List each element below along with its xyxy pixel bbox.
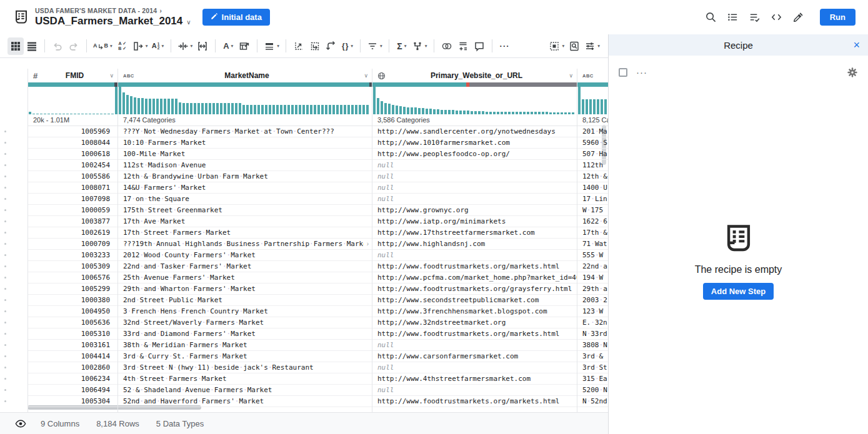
cell-name[interactable]: 52nd·and·Haverford·Farmers'·Market [118,396,372,407]
cell-street[interactable]: 507·Ha [577,149,608,160]
cell-name[interactable]: 22nd·and·Tasker·Farmers'·Market [118,261,372,272]
cell-fmid[interactable]: 1005636 [28,317,117,328]
cell-name[interactable]: 112st·Madison·Avenue [118,160,372,171]
comment-button[interactable] [471,37,487,55]
union-button[interactable] [439,37,455,55]
close-icon[interactable]: × [853,34,860,56]
cell-name[interactable]: 52·&·Shadeland·Avenue·Farmers·Market [118,385,372,396]
cell-street[interactable]: 3rd·& [577,351,608,362]
cell-street[interactable]: 12th·& [577,171,608,182]
cell-fmid[interactable]: 1006576 [28,272,117,284]
cell-url[interactable]: http://www.sandlercenter.org/ynotwednesd… [372,126,577,137]
row-handle[interactable] [0,204,27,215]
data-quality-bar[interactable] [28,82,117,87]
cell-name[interactable]: 33rd·and·Diamond·Farmers'·Market [118,328,372,340]
cell-street[interactable]: 29th·a [577,284,608,295]
list-check-icon[interactable] [747,9,763,26]
column-export-button[interactable]: ▾ [131,37,150,55]
cell-street[interactable]: N·33rd [577,328,608,340]
transpose-button[interactable] [323,37,339,55]
cell-fmid[interactable]: 1000709 [28,239,117,250]
row-handle[interactable] [0,339,27,350]
select-all-checkbox[interactable] [619,68,627,77]
cell-name[interactable]: 29th·and·Wharton·Farmers'·Market [118,284,372,295]
row-handle[interactable] [0,215,27,227]
cell-url[interactable]: null [372,385,577,396]
cell-name[interactable]: 17·on·the·Square [118,194,372,205]
cell-fmid[interactable]: 1000380 [28,295,117,306]
sort-a12-button[interactable]: A12▾ [150,37,166,55]
cell-name[interactable]: 3rd·Street·N·(hwy·11)·beside·jack's·Rest… [118,362,372,373]
cell-street[interactable]: 17·Lin [577,194,608,205]
cell-url[interactable]: http://www.pcfma.com/market_home.php?mar… [372,272,577,284]
cell-fmid[interactable]: 1005310 [28,328,117,340]
row-handle[interactable] [0,305,27,317]
cell-fmid[interactable]: 1003233 [28,250,117,261]
cell-name[interactable]: 14&U·Farmers'·Market [118,182,372,194]
cell-name[interactable]: 175th·Street·Greenmarket [118,205,372,216]
cell-url[interactable]: http://www.foodtrustmarkets.org/markets.… [372,328,577,340]
cell-fmid[interactable]: 1000618 [28,149,117,160]
cell-fmid[interactable]: 1002454 [28,160,117,171]
cell-url[interactable]: http;//www.highlandsnj.com [372,239,577,250]
cell-name[interactable]: 3·French·Hens·French·Country·Market [118,306,372,317]
aggregate-button[interactable]: Σ▾ [394,37,410,55]
row-handle[interactable] [0,182,27,193]
cell-url[interactable]: http://www.secondstreetpublicmarket.com [372,295,577,306]
column-histogram[interactable] [372,87,577,114]
cell-street[interactable]: N·52nd [577,396,608,407]
row-handle[interactable] [0,272,27,283]
cell-fmid[interactable]: 1004950 [28,306,117,317]
cell-street[interactable]: 555·W [577,250,608,261]
cell-url[interactable]: http://www.carsonfarmersmarket.com [372,351,577,362]
cell-street[interactable]: W·175 [577,205,608,216]
row-handle[interactable] [0,294,27,305]
cell-url[interactable]: null [372,340,577,351]
cell-name[interactable]: ???19th·Annual·Highlands·Business·Partne… [118,239,372,250]
more-options-icon[interactable]: ··· [636,69,647,76]
row-handle[interactable] [0,159,27,170]
cell-url[interactable]: http://www.foodtrustmarkets.org/markets.… [372,396,577,407]
cell-name[interactable]: 17th·Ave·Market [118,216,372,227]
table-transform-button[interactable] [236,37,252,55]
cell-url[interactable]: null [372,250,577,261]
cell-fmid[interactable]: 1004414 [28,351,117,362]
column-header[interactable]: #FMID∨ [28,69,117,82]
column-manager-button[interactable]: ▾ [582,37,602,55]
cell-name[interactable]: 3rd·&·Curry·St.·Farmers·Market [118,351,372,362]
gear-icon[interactable] [847,67,858,78]
initial-data-button[interactable]: Initial data [202,9,270,26]
overflow-indicator-icon[interactable]: › [364,239,372,249]
column-dropdown-icon[interactable]: ∨ [109,69,114,82]
row-handle[interactable] [0,148,27,159]
cell-fmid[interactable]: 1005969 [28,126,117,137]
split-button[interactable]: ▾ [176,37,195,55]
more-button[interactable]: ··· [497,37,513,55]
eyedropper-icon[interactable] [791,9,807,26]
column-dropdown-icon[interactable]: ∨ [569,69,573,82]
column-histogram[interactable] [577,87,608,114]
cell-street[interactable]: 71·Wat [577,239,608,250]
unpivot-button[interactable] [307,37,323,55]
cell-street[interactable]: 3rd·St [577,362,608,373]
cell-street[interactable]: 112th [577,160,608,171]
cell-name[interactable]: 2012·Wood·County·Farmers'·Market [118,250,372,261]
cell-url[interactable]: http;//www.32ndstreetmarket.org [372,317,577,328]
cell-street[interactable]: 315·Ea [577,373,608,385]
row-handle[interactable] [0,373,27,384]
format-text-button[interactable]: A▾ [220,37,236,55]
cell-url[interactable]: null [372,171,577,182]
cell-url[interactable]: http://www.foodtrustmarkets.org/graysfer… [372,284,577,295]
row-handle[interactable] [0,283,27,294]
cell-street[interactable]: 5200·N [577,385,608,396]
cell-fmid[interactable]: 1007098 [28,194,117,205]
cell-street[interactable]: 201·Ma [577,126,608,137]
cell-name[interactable]: ???Y·Not·Wednesday·Farmers·Market·at·Tow… [118,126,372,137]
cell-fmid[interactable]: 1003877 [28,216,117,227]
cell-fmid[interactable]: 1005304 [28,396,117,407]
find-columns-button[interactable] [566,37,582,55]
row-view-button[interactable] [24,37,40,55]
cell-url[interactable]: http;//www.1010farmersmarket.com [372,137,577,149]
cell-name[interactable]: 10:10·Farmers·Market [118,137,372,149]
row-handle[interactable] [0,317,27,328]
